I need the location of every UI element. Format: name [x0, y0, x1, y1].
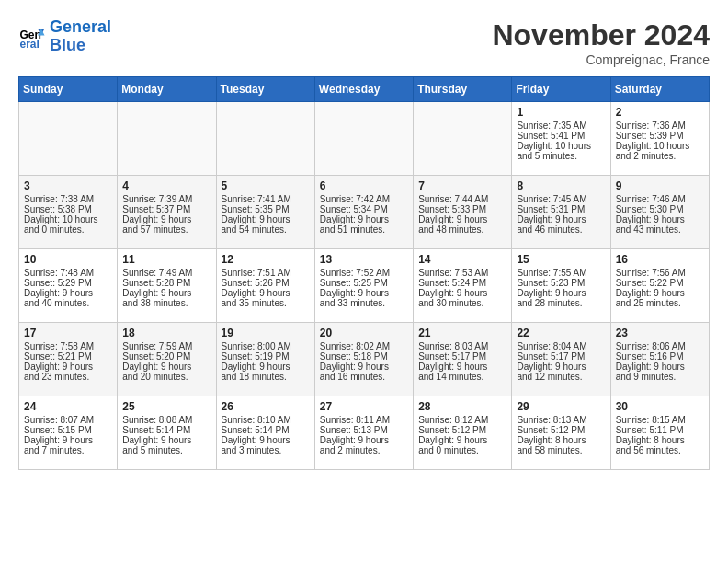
logo-text: GeneralBlue: [50, 18, 111, 55]
day-number: 22: [517, 327, 605, 339]
weekday-header-friday: Friday: [512, 77, 610, 102]
day-info-line: Sunrise: 7:44 AM: [418, 194, 506, 204]
day-number: 26: [222, 400, 310, 413]
day-info-line: Sunrise: 8:10 AM: [222, 415, 310, 425]
day-info-line: Sunrise: 8:13 AM: [517, 415, 605, 425]
day-info-line: Sunset: 5:14 PM: [122, 425, 210, 435]
day-info-line: Sunset: 5:41 PM: [517, 131, 605, 141]
day-info-line: Daylight: 9 hours: [24, 362, 112, 372]
day-info-line: Sunrise: 8:07 AM: [24, 415, 112, 425]
day-info-line: and 46 minutes.: [517, 224, 605, 235]
empty-cell: [118, 102, 216, 176]
day-info-line: and 56 minutes.: [616, 445, 704, 455]
day-info-line: Daylight: 10 hours: [616, 141, 704, 151]
day-info-line: Daylight: 9 hours: [24, 288, 112, 298]
day-info-line: Daylight: 9 hours: [122, 435, 210, 445]
day-info-line: Sunset: 5:35 PM: [222, 204, 310, 214]
day-info-line: Sunrise: 7:52 AM: [320, 268, 408, 278]
day-number: 18: [122, 327, 210, 339]
day-info-line: and 7 minutes.: [24, 445, 112, 455]
day-cell-16: 16Sunrise: 7:56 AMSunset: 5:22 PMDayligh…: [610, 249, 709, 323]
day-info-line: Sunrise: 7:51 AM: [222, 268, 310, 278]
day-number: 6: [320, 179, 408, 192]
day-info-line: and 25 minutes.: [616, 298, 704, 308]
day-info-line: Daylight: 10 hours: [24, 214, 112, 224]
day-number: 25: [122, 400, 210, 413]
day-info-line: Sunrise: 8:12 AM: [418, 415, 506, 425]
day-info-line: Daylight: 9 hours: [122, 288, 210, 298]
day-info-line: Daylight: 9 hours: [222, 362, 310, 372]
day-info-line: Sunset: 5:12 PM: [418, 425, 506, 435]
day-info-line: Sunrise: 7:48 AM: [24, 268, 112, 278]
day-info-line: Sunset: 5:30 PM: [616, 204, 704, 214]
location: Compreignac, France: [492, 52, 710, 67]
day-info-line: Daylight: 9 hours: [122, 214, 210, 224]
day-info-line: Sunset: 5:26 PM: [222, 278, 310, 288]
day-info-line: Sunset: 5:21 PM: [24, 351, 112, 362]
day-info-line: Sunset: 5:20 PM: [122, 351, 210, 362]
day-info-line: and 23 minutes.: [24, 372, 112, 382]
day-info-line: Sunset: 5:29 PM: [24, 278, 112, 288]
day-cell-4: 4Sunrise: 7:39 AMSunset: 5:37 PMDaylight…: [118, 176, 216, 249]
day-number: 19: [222, 327, 310, 339]
day-cell-17: 17Sunrise: 7:58 AMSunset: 5:21 PMDayligh…: [19, 323, 118, 396]
day-info-line: Sunset: 5:24 PM: [418, 278, 506, 288]
day-number: 13: [320, 253, 408, 266]
day-info-line: Sunrise: 7:46 AM: [616, 194, 704, 204]
day-number: 20: [320, 327, 408, 339]
day-number: 10: [24, 253, 112, 266]
day-info-line: and 48 minutes.: [418, 224, 506, 235]
day-info-line: Sunrise: 7:56 AM: [616, 268, 704, 278]
day-info-line: Sunset: 5:25 PM: [320, 278, 408, 288]
day-number: 3: [24, 179, 112, 192]
svg-text:eral: eral: [20, 38, 40, 51]
day-info-line: Sunrise: 7:41 AM: [222, 194, 310, 204]
title-area: November 2024 Compreignac, France: [492, 18, 710, 67]
weekday-header-thursday: Thursday: [414, 77, 512, 102]
day-info-line: Daylight: 9 hours: [222, 214, 310, 224]
weekday-header-monday: Monday: [118, 77, 216, 102]
weekday-header-wednesday: Wednesday: [314, 77, 413, 102]
day-number: 7: [418, 179, 506, 192]
day-number: 11: [122, 253, 210, 266]
week-row-4: 17Sunrise: 7:58 AMSunset: 5:21 PMDayligh…: [19, 323, 710, 396]
day-info-line: Sunrise: 8:00 AM: [222, 341, 310, 351]
day-cell-28: 28Sunrise: 8:12 AMSunset: 5:12 PMDayligh…: [414, 396, 512, 470]
day-info-line: Daylight: 9 hours: [616, 288, 704, 298]
day-number: 4: [122, 179, 210, 192]
day-cell-14: 14Sunrise: 7:53 AMSunset: 5:24 PMDayligh…: [414, 249, 512, 323]
day-info-line: Sunrise: 7:36 AM: [616, 121, 704, 131]
day-info-line: and 14 minutes.: [418, 372, 506, 382]
day-info-line: Sunrise: 8:03 AM: [418, 341, 506, 351]
day-cell-9: 9Sunrise: 7:46 AMSunset: 5:30 PMDaylight…: [610, 176, 709, 249]
day-cell-8: 8Sunrise: 7:45 AMSunset: 5:31 PMDaylight…: [512, 176, 610, 249]
day-info-line: and 0 minutes.: [418, 445, 506, 455]
empty-cell: [19, 102, 118, 176]
day-info-line: Sunrise: 8:04 AM: [517, 341, 605, 351]
day-info-line: Sunset: 5:19 PM: [222, 351, 310, 362]
logo-icon: Gen eral: [18, 23, 46, 51]
week-row-2: 3Sunrise: 7:38 AMSunset: 5:38 PMDaylight…: [19, 176, 710, 249]
calendar-table: SundayMondayTuesdayWednesdayThursdayFrid…: [18, 76, 710, 470]
day-cell-12: 12Sunrise: 7:51 AMSunset: 5:26 PMDayligh…: [216, 249, 314, 323]
day-info-line: Sunset: 5:16 PM: [616, 351, 704, 362]
day-cell-20: 20Sunrise: 8:02 AMSunset: 5:18 PMDayligh…: [314, 323, 413, 396]
day-info-line: and 54 minutes.: [222, 224, 310, 235]
day-info-line: Sunrise: 7:59 AM: [122, 341, 210, 351]
day-info-line: Daylight: 9 hours: [418, 288, 506, 298]
day-info-line: Daylight: 9 hours: [24, 435, 112, 445]
day-number: 24: [24, 400, 112, 413]
day-info-line: Daylight: 9 hours: [517, 214, 605, 224]
day-info-line: and 57 minutes.: [122, 224, 210, 235]
day-info-line: Daylight: 9 hours: [616, 362, 704, 372]
day-info-line: Daylight: 9 hours: [320, 435, 408, 445]
day-info-line: Daylight: 9 hours: [222, 435, 310, 445]
day-info-line: and 20 minutes.: [122, 372, 210, 382]
day-info-line: and 3 minutes.: [222, 445, 310, 455]
day-info-line: Daylight: 10 hours: [517, 141, 605, 151]
empty-cell: [414, 102, 512, 176]
day-info-line: and 58 minutes.: [517, 445, 605, 455]
day-info-line: Sunrise: 8:11 AM: [320, 415, 408, 425]
weekday-header-saturday: Saturday: [610, 77, 709, 102]
day-info-line: Sunset: 5:23 PM: [517, 278, 605, 288]
